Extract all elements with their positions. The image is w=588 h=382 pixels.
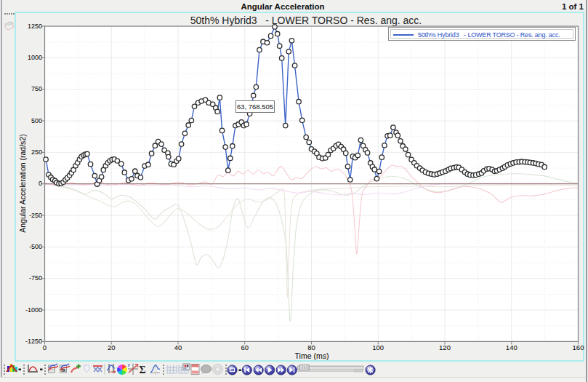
svg-text:Σ: Σ bbox=[140, 365, 146, 375]
